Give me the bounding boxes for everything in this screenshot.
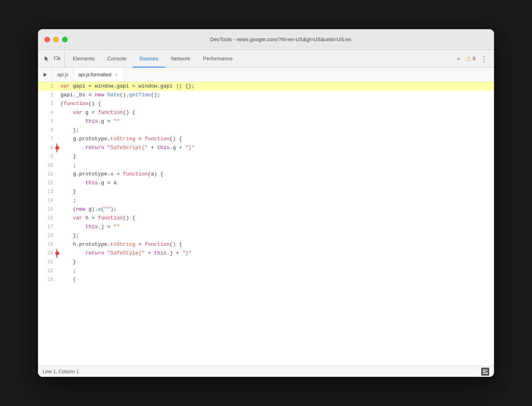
code-line-19[interactable]: 19 h.prototype.toString = function() { — [38, 240, 494, 249]
line-number-16: 16 — [38, 214, 57, 223]
line-number-19: 19 — [38, 240, 57, 249]
line-number-8: 8 — [38, 143, 57, 152]
svg-marker-6 — [486, 372, 488, 374]
code-line-10[interactable]: 10 ; — [38, 161, 494, 170]
device-toggle-icon[interactable] — [53, 55, 61, 63]
code-line-15[interactable]: 15 (new g).a(""); — [38, 205, 494, 214]
code-line-7[interactable]: 7 g.prototype.toString = function() { — [38, 135, 494, 143]
file-tab-api-js[interactable]: api.js — [52, 68, 74, 82]
line-number-23: 23 — [38, 275, 57, 284]
line-code-20: return "SafeStyle{" + this.j + "}" — [57, 249, 494, 258]
code-line-18[interactable]: 18 }; — [38, 231, 494, 240]
code-line-21[interactable]: 21 } — [38, 258, 494, 267]
tab-bar-right: » ⚠ 6 ⋮ — [452, 50, 492, 67]
svg-marker-2 — [44, 73, 47, 77]
run-snippet-button[interactable] — [38, 68, 52, 82]
line-number-7: 7 — [38, 135, 57, 143]
code-editor[interactable]: 1 var gapi = window.gapi = window.gapi |… — [38, 82, 494, 366]
line-number-18: 18 — [38, 231, 57, 240]
line-code-11: g.prototype.a = function(a) { — [57, 170, 494, 179]
line-code-16: var h = function() { — [57, 214, 494, 223]
code-line-11[interactable]: 11 g.prototype.a = function(a) { — [38, 170, 494, 179]
line-number-4: 4 — [38, 108, 57, 117]
line-code-6: }; — [57, 126, 494, 135]
line-code-23: ( — [57, 275, 494, 284]
window-title: DevTools - news.google.com/?hl=en-US&gl=… — [74, 36, 488, 42]
line-number-5: 5 — [38, 117, 57, 126]
code-line-1[interactable]: 1 var gapi = window.gapi = window.gapi |… — [38, 82, 494, 91]
line-number-2: 2 — [38, 91, 57, 100]
close-button[interactable] — [44, 37, 50, 42]
file-tabs: api.js api.js:formatted × — [38, 68, 494, 82]
line-number-20: 20 — [38, 249, 57, 258]
svg-rect-0 — [54, 57, 58, 60]
svg-rect-5 — [483, 373, 487, 374]
format-button[interactable] — [481, 368, 489, 376]
line-code-7: g.prototype.toString = function() { — [57, 135, 494, 143]
line-code-18: }; — [57, 231, 494, 240]
code-line-9[interactable]: 9 } — [38, 152, 494, 161]
cursor-icon[interactable] — [43, 55, 51, 63]
line-code-3: (function() { — [57, 100, 494, 108]
line-number-13: 13 — [38, 187, 57, 196]
line-code-17: this.j = "" — [57, 223, 494, 231]
line-code-22: ; — [57, 267, 494, 275]
line-code-1: var gapi = window.gapi = window.gapi || … — [57, 82, 494, 91]
svg-rect-1 — [58, 58, 60, 60]
more-tabs-button[interactable]: » — [455, 54, 462, 63]
traffic-lights — [44, 37, 68, 42]
line-number-11: 11 — [38, 170, 57, 179]
line-code-19: h.prototype.toString = function() { — [57, 240, 494, 249]
code-line-2[interactable]: 2 gapi._bs = new Date().getTime(); — [38, 91, 494, 100]
line-number-1: 1 — [38, 82, 57, 91]
line-number-22: 22 — [38, 267, 57, 275]
tab-sources[interactable]: Sources — [133, 50, 165, 68]
tab-performance[interactable]: Performance — [196, 50, 239, 68]
file-tab-api-js-formatted-label: api.js:formatted — [78, 72, 111, 78]
tab-console[interactable]: Console — [101, 50, 133, 68]
code-line-12[interactable]: 12 this.g = a — [38, 179, 494, 187]
code-line-16[interactable]: 16 var h = function() { — [38, 214, 494, 223]
devtools-menu-button[interactable]: ⋮ — [479, 54, 489, 63]
code-line-13[interactable]: 13 } — [38, 187, 494, 196]
line-number-6: 6 — [38, 126, 57, 135]
file-tab-api-js-formatted[interactable]: api.js:formatted × — [74, 68, 124, 82]
title-bar: DevTools - news.google.com/?hl=en-US&gl=… — [38, 29, 494, 50]
devtools-window: DevTools - news.google.com/?hl=en-US&gl=… — [38, 29, 494, 377]
line-number-21: 21 — [38, 258, 57, 267]
fullscreen-button[interactable] — [62, 37, 68, 42]
close-file-tab-button[interactable]: × — [114, 72, 119, 78]
code-line-20[interactable]: 20 return "SafeStyle{" + this.j + "}" — [38, 249, 494, 258]
svg-rect-4 — [483, 371, 486, 372]
code-line-6[interactable]: 6 }; — [38, 126, 494, 135]
line-number-9: 9 — [38, 152, 57, 161]
line-number-15: 15 — [38, 205, 57, 214]
line-code-4: var g = function() { — [57, 108, 494, 117]
code-area: 1 var gapi = window.gapi = window.gapi |… — [38, 82, 494, 366]
svg-rect-3 — [483, 370, 488, 370]
status-bar: Line 1, Column 1 — [38, 366, 494, 377]
main-tab-bar: Elements Console Sources Network Perform… — [38, 50, 494, 68]
code-line-22[interactable]: 22 ; — [38, 267, 494, 275]
code-line-23[interactable]: 23 ( — [38, 275, 494, 284]
cursor-position: Line 1, Column 1 — [43, 369, 79, 374]
code-line-4[interactable]: 4 var g = function() { — [38, 108, 494, 117]
line-code-8: return "SafeScript{" + this.g + "}" — [57, 143, 494, 152]
tab-elements[interactable]: Elements — [66, 50, 101, 68]
line-number-3: 3 — [38, 100, 57, 108]
toolbar-icons — [40, 50, 65, 67]
line-code-10: ; — [57, 161, 494, 170]
tab-network[interactable]: Network — [165, 50, 197, 68]
line-code-14: ; — [57, 196, 494, 205]
code-line-3[interactable]: 3 (function() { — [38, 100, 494, 108]
code-line-8[interactable]: 8 return "SafeScript{" + this.g + "}" — [38, 143, 494, 152]
line-code-12: this.g = a — [57, 179, 494, 187]
line-code-21: } — [57, 258, 494, 267]
line-number-12: 12 — [38, 179, 57, 187]
minimize-button[interactable] — [53, 37, 59, 42]
code-line-5[interactable]: 5 this.g = "" — [38, 117, 494, 126]
code-line-17[interactable]: 17 this.j = "" — [38, 223, 494, 231]
file-tab-api-js-label: api.js — [57, 72, 68, 78]
code-line-14[interactable]: 14 ; — [38, 196, 494, 205]
warning-badge[interactable]: ⚠ 6 — [466, 55, 476, 62]
